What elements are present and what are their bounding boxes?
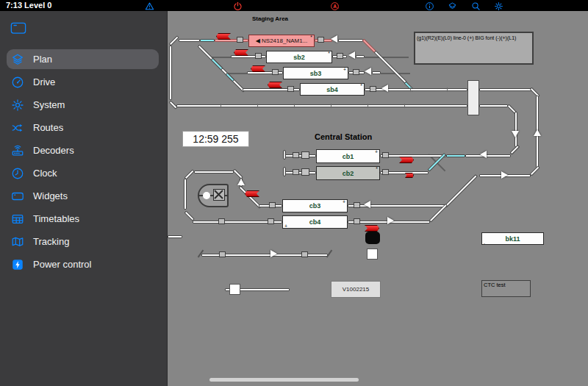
track-segment-reserved <box>200 39 215 42</box>
clock-widget[interactable]: 12:59 255 <box>182 131 249 147</box>
track-segment <box>184 211 195 221</box>
block-ns2418[interactable]: ◀ NS2418_NAM1...* <box>248 35 315 47</box>
direction-arrow <box>331 35 337 43</box>
sidebar-item-label: Timetables <box>33 213 79 224</box>
sidebar-item-clock[interactable]: Clock <box>0 162 168 185</box>
feedback-square <box>370 86 376 92</box>
feedback-square <box>301 151 309 159</box>
track-segment <box>169 35 179 46</box>
track-segment <box>338 39 363 42</box>
direction-arrow <box>480 151 487 158</box>
feedback-square <box>287 86 294 92</box>
depot-lamp <box>203 192 210 199</box>
signal-flag-red[interactable] <box>268 82 282 88</box>
layers-icon[interactable] <box>448 1 458 11</box>
direction-arrow <box>381 85 388 92</box>
big-font-text-box: (g1)(R2)(E)(L0) line-0 (+) BIG font (-)(… <box>414 32 534 65</box>
sidebar-item-routes[interactable]: Routes <box>0 116 168 139</box>
sidebar-item-timetables[interactable]: Timetables <box>0 207 168 230</box>
sidebar-item-decoders[interactable]: Decoders <box>0 139 168 162</box>
track-segment <box>479 104 508 107</box>
block-cb4[interactable]: cb4+ <box>282 215 348 229</box>
track-segment <box>356 55 365 58</box>
track-segment <box>179 39 200 42</box>
signal-flag-red[interactable] <box>234 49 248 56</box>
map-icon <box>10 235 25 249</box>
track-tick <box>257 104 258 108</box>
signal-flag-red[interactable] <box>365 225 379 232</box>
feedback-square <box>293 152 299 158</box>
feedback-square <box>219 251 226 257</box>
sidebar-item-widgets[interactable]: Widgets <box>0 185 168 207</box>
feedback-square <box>293 169 299 175</box>
track-segment <box>238 288 290 291</box>
depot-icon[interactable] <box>198 184 229 207</box>
track-segment <box>365 57 409 58</box>
track-tick <box>368 104 368 108</box>
track-segment-reserved <box>211 58 223 71</box>
direction-arrow <box>237 179 245 185</box>
power-bolt-icon <box>10 257 25 272</box>
sidebar-item-label: Decoders <box>33 145 74 156</box>
track-segment <box>184 179 187 210</box>
info-icon[interactable] <box>425 1 435 11</box>
track-segment <box>479 88 532 91</box>
block-bk11[interactable]: bk11. <box>481 232 544 245</box>
signal-v1002215-box[interactable]: V1002215 <box>331 281 381 298</box>
search-icon[interactable] <box>471 1 481 11</box>
feedback-square <box>255 53 262 59</box>
horizontal-scrollbar[interactable] <box>209 378 359 382</box>
track-tick <box>447 87 448 92</box>
block-sb2[interactable]: sb2* <box>266 51 332 63</box>
direction-arrow <box>501 171 508 179</box>
signal-flag-red[interactable] <box>405 173 414 178</box>
track-segment <box>169 46 172 100</box>
direction-arrow <box>512 131 519 137</box>
signal-flag-red[interactable] <box>216 33 231 40</box>
emergency-stop-icon[interactable]: A <box>330 1 340 11</box>
block-sb4[interactable]: sb4* <box>300 83 365 96</box>
feedback-square <box>237 37 243 43</box>
feedback-square <box>354 202 360 208</box>
sidebar-item-label: Drive <box>33 76 55 87</box>
warning-triangle-icon[interactable] <box>145 1 155 11</box>
sidebar-item-drive[interactable]: Drive <box>0 71 168 93</box>
feedback-square <box>382 169 389 175</box>
signal-flag-red[interactable] <box>251 65 265 72</box>
sidebar-item-power-control[interactable]: Power control <box>0 253 168 276</box>
block-cb3[interactable]: cb3+ <box>282 199 348 212</box>
switch-motor-square[interactable] <box>229 284 240 295</box>
track-tick <box>331 104 331 108</box>
track-segment <box>284 171 316 174</box>
gear-icon[interactable] <box>494 1 504 11</box>
feedback-square <box>301 251 308 257</box>
track-tick <box>220 104 221 108</box>
track-tick <box>404 104 405 108</box>
block-cb1[interactable]: cb1+ <box>316 149 380 163</box>
power-icon[interactable] <box>233 1 243 11</box>
signal-flag-red[interactable] <box>399 157 414 163</box>
layers-icon <box>10 52 25 67</box>
sidebar-toggle-icon[interactable] <box>10 21 26 35</box>
track-segment <box>514 112 517 147</box>
sidebar-item-plan[interactable]: Plan <box>0 48 168 71</box>
track-segment-reserved <box>446 154 465 157</box>
feedback-square <box>337 53 343 59</box>
direction-arrow <box>348 51 355 59</box>
feedback-square <box>353 69 359 75</box>
track-segment <box>228 73 248 74</box>
sidebar-item-system[interactable]: System <box>0 93 168 116</box>
feedback-square <box>272 69 279 75</box>
shuffle-icon <box>10 121 25 135</box>
black-indicator-square[interactable] <box>365 232 380 244</box>
block-cb2[interactable]: cb2* <box>316 166 380 180</box>
clock-icon <box>10 166 25 181</box>
block-sb3[interactable]: sb3+ <box>283 67 348 79</box>
central-station-label: Central Station <box>315 132 372 141</box>
bridge[interactable] <box>467 80 479 115</box>
white-indicator-square[interactable] <box>367 249 378 260</box>
signal-flag-red[interactable] <box>245 190 259 197</box>
track-segment <box>365 88 467 91</box>
feedback-square <box>382 152 389 158</box>
sidebar-item-tracking[interactable]: Tracking <box>0 230 168 253</box>
